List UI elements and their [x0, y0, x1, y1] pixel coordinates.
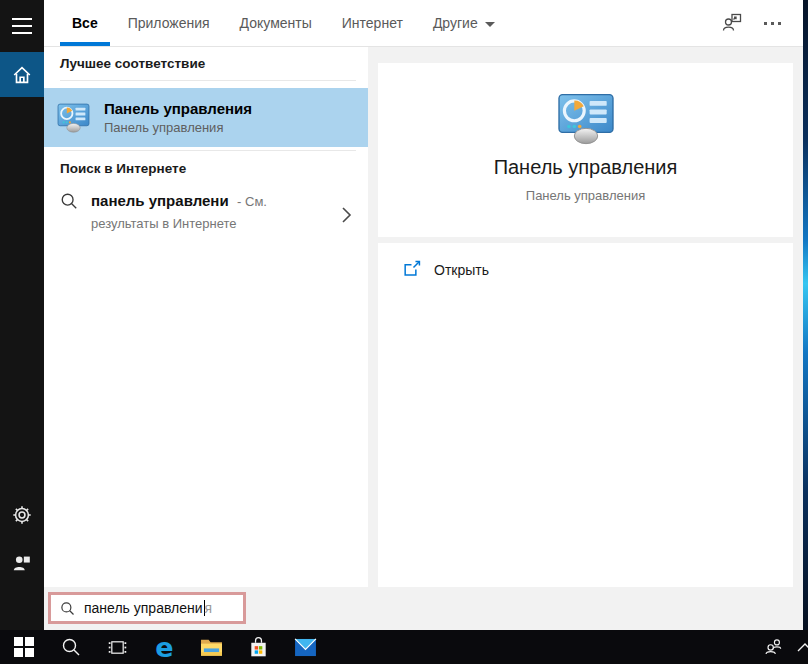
file-explorer-button[interactable]: [188, 630, 235, 664]
desktop-wallpaper-strip: [803, 0, 808, 630]
chevron-right-icon: [341, 206, 352, 224]
mail-button[interactable]: [282, 630, 329, 664]
search-icon: [60, 192, 78, 210]
mail-icon: [294, 638, 317, 657]
open-external-icon: [402, 260, 421, 279]
edge-button[interactable]: [141, 630, 188, 664]
typed-text: панель управлени: [84, 600, 203, 616]
show-hidden-icons-button[interactable]: [792, 630, 808, 664]
tab-documents-label: Документы: [240, 15, 312, 31]
task-view-button[interactable]: [94, 630, 141, 664]
open-action-label: Открыть: [434, 262, 489, 278]
windows-logo-icon: [14, 637, 34, 657]
tab-web-label: Интернет: [342, 15, 403, 31]
search-strip: панель управлени я: [44, 587, 803, 630]
results-panel: Лучшее соответствие Панель управления: [44, 46, 368, 587]
tab-apps[interactable]: Приложения: [128, 0, 210, 46]
taskbar-search-button[interactable]: [47, 630, 94, 664]
result-text: Панель управления Панель управления: [104, 100, 252, 135]
result-subtitle: Панель управления: [104, 120, 252, 135]
tab-more-label: Другие: [433, 15, 478, 31]
web-suggestion-text: панель управлени - См. результаты в Инте…: [91, 189, 267, 234]
web-suffix: - См.: [237, 194, 267, 209]
person-feedback-icon: [11, 552, 33, 574]
result-title: Панель управления: [104, 100, 252, 117]
store-button[interactable]: [235, 630, 282, 664]
filter-tabs: Все Приложения Документы Интернет Другие: [72, 0, 495, 46]
tab-all-label: Все: [72, 15, 98, 31]
tab-web[interactable]: Интернет: [342, 0, 403, 46]
search-icon: [61, 637, 81, 657]
store-icon: [248, 636, 269, 658]
taskbar-tray: [756, 630, 808, 664]
preview-card: Панель управления Панель управления: [378, 63, 793, 237]
windows-search-flyout: Все Приложения Документы Интернет Другие: [0, 0, 808, 664]
tab-documents[interactable]: Документы: [240, 0, 312, 46]
tab-more[interactable]: Другие: [433, 0, 495, 46]
search-icon: [60, 601, 75, 616]
hamburger-icon: [12, 18, 32, 34]
inline-suggestion: я: [205, 600, 213, 616]
feedback-icon: [720, 11, 744, 35]
preview-subtitle: Панель управления: [378, 188, 793, 203]
feedback-button[interactable]: [720, 11, 744, 35]
control-panel-icon-large: [557, 91, 615, 145]
people-icon: [764, 637, 784, 657]
web-line2: результаты в Интернете: [91, 215, 267, 234]
start-rail: [0, 0, 44, 630]
web-query: панель управлени: [91, 192, 229, 209]
search-header: Все Приложения Документы Интернет Другие: [44, 0, 803, 47]
task-view-icon: [107, 637, 128, 658]
open-action[interactable]: Открыть: [378, 243, 793, 279]
gear-icon: [11, 504, 33, 526]
more-options-button[interactable]: [764, 22, 781, 25]
result-control-panel[interactable]: Панель управления Панель управления: [44, 88, 368, 147]
control-panel-icon: [57, 102, 90, 133]
file-explorer-icon: [200, 637, 223, 657]
best-match-header: Лучшее соответствие: [60, 56, 356, 81]
web-search-header: Поиск в Интернете: [60, 150, 356, 176]
rail-feedback-button[interactable]: [0, 541, 44, 585]
people-button[interactable]: [756, 630, 792, 664]
preview-title: Панель управления: [378, 156, 793, 179]
preview-pane: Панель управления Панель управления Откр…: [368, 46, 803, 587]
tab-apps-label: Приложения: [128, 15, 210, 31]
home-icon: [11, 64, 33, 86]
taskbar: [0, 630, 808, 664]
chevron-up-icon: [796, 641, 808, 653]
web-suggestion-item[interactable]: панель управлени - См. результаты в Инте…: [44, 176, 368, 248]
chevron-down-icon: [485, 22, 495, 27]
search-input-text: панель управлени я: [84, 600, 212, 616]
start-button[interactable]: [0, 630, 47, 664]
search-input[interactable]: панель управлени я: [48, 592, 246, 624]
edge-icon: [155, 634, 173, 661]
hamburger-menu-button[interactable]: [0, 4, 44, 48]
tab-all[interactable]: Все: [72, 0, 98, 46]
preview-actions-card: Открыть: [378, 243, 793, 587]
home-button[interactable]: [0, 52, 44, 97]
settings-button[interactable]: [0, 493, 44, 537]
header-actions: [720, 11, 781, 35]
